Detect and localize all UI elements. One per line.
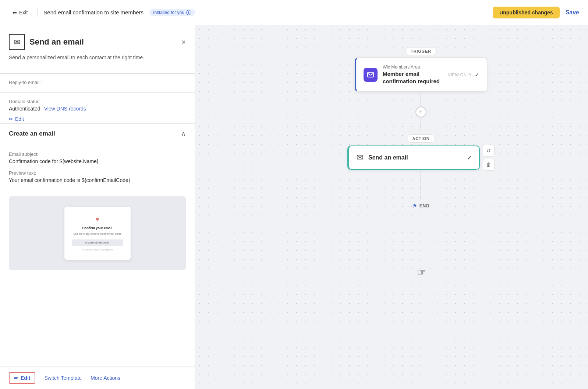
end-label: END	[419, 203, 430, 208]
header-left: ⬅ Exit Send email confirmation to site m…	[9, 7, 195, 18]
add-step-button[interactable]: +	[415, 106, 426, 118]
create-email-title: Create an email	[9, 130, 55, 137]
end-flag-icon: ⚑	[412, 203, 417, 209]
installed-badge: Installed for you ℹ	[149, 9, 195, 16]
email-icon-big: ✉	[9, 34, 25, 50]
bottom-bar: ✏ Edit Switch Template More Actions	[0, 367, 195, 389]
edit-pencil-icon: ✏	[9, 116, 13, 122]
connector-line-2	[421, 118, 421, 132]
trigger-section-label: TRIGGER	[405, 47, 437, 55]
chevron-up-icon: ∧	[181, 130, 186, 138]
header: ⬅ Exit Send email confirmation to site m…	[0, 0, 588, 25]
trigger-check-icon: ✓	[475, 71, 479, 78]
domain-label: Domain status:	[9, 99, 186, 104]
left-panel: ✉ Send an email × Send a personalized em…	[0, 25, 195, 389]
action-email-icon: ✉	[357, 153, 363, 162]
switch-template-button[interactable]: Switch Template	[44, 375, 82, 381]
edit-link-button[interactable]: ✏ Edit	[9, 116, 24, 122]
trigger-app-name: Wix Members Area	[383, 64, 443, 70]
domain-value: Authenticated	[9, 106, 40, 112]
reply-to-label: Reply-to email:	[9, 80, 186, 85]
connector-line-4	[421, 185, 421, 200]
main-layout: ✉ Send an email × Send a personalized em…	[0, 25, 588, 389]
bottom-edit-pencil-icon: ✏	[14, 375, 18, 381]
connector-line-3	[421, 171, 421, 185]
bottom-edit-button[interactable]: ✏ Edit	[9, 372, 35, 384]
action-label-container: ACTION	[407, 134, 435, 143]
header-right: Unpublished changes Save	[493, 7, 579, 18]
domain-row: Authenticated View DNS records	[9, 106, 186, 112]
cursor-indicator: ☞	[417, 266, 426, 278]
installed-label: Installed for you	[153, 10, 184, 15]
dns-link[interactable]: View DNS records	[44, 106, 86, 112]
trigger-info: Wix Members Area Member email confirmati…	[383, 64, 443, 85]
domain-section: Domain status: Authenticated View DNS re…	[0, 99, 195, 123]
preview-heart-icon: ♥	[72, 215, 123, 223]
preview-code-box: ${confirmEmailCode}	[72, 239, 123, 246]
edit-link-label: Edit	[15, 116, 24, 122]
flow-container: TRIGGER Wix Members Area Member email co…	[347, 47, 495, 209]
action-name: Send an email	[368, 154, 462, 161]
trigger-app-icon	[364, 68, 378, 82]
panel-title-row: ✉ Send an email ×	[9, 34, 186, 50]
trigger-label-container: TRIGGER	[405, 47, 437, 55]
preview-text-value: Your email confirmation code is ${confir…	[9, 177, 186, 183]
exit-label: Exit	[19, 10, 28, 15]
email-preview-container: ♥ Confirm your email Use this 6-digit co…	[9, 196, 186, 270]
view-only-label: VIEW ONLY	[448, 73, 472, 77]
email-subject-label: Email subject:	[9, 151, 186, 157]
exit-button[interactable]: ⬅ Exit	[9, 7, 31, 18]
divider-2	[0, 92, 195, 93]
email-subject-value: Confirmation code for ${website.Name}	[9, 158, 186, 164]
flow-canvas: TRIGGER Wix Members Area Member email co…	[195, 25, 588, 389]
exit-icon: ⬅	[13, 10, 17, 15]
action-check-icon: ✓	[467, 154, 472, 161]
action-side-buttons: ↺ 🗑	[483, 145, 495, 171]
connector-line-1	[421, 92, 421, 106]
action-section-label: ACTION	[407, 134, 435, 143]
info-icon: ℹ	[186, 10, 191, 15]
create-email-header[interactable]: Create an email ∧	[0, 123, 195, 144]
action-node[interactable]: ✉ Send an email ✓	[347, 146, 480, 170]
more-actions-button[interactable]: More Actions	[91, 375, 120, 381]
trigger-event-name: Member email confirmation required	[383, 70, 443, 85]
create-email-body: Email subject: Confirmation code for ${w…	[0, 144, 195, 196]
action-node-wrapper: ✉ Send an email ✓ ↺ 🗑	[347, 145, 495, 171]
preview-card-footer: This code is valid for 10 minutes.	[72, 249, 123, 251]
header-title: Send email confirmation to site members	[43, 9, 144, 15]
panel-header: ✉ Send an email × Send a personalized em…	[0, 25, 195, 67]
email-preview-card: ♥ Confirm your email Use this 6-digit co…	[64, 207, 131, 260]
unpublished-button[interactable]: Unpublished changes	[493, 7, 559, 18]
preview-card-title: Confirm your email	[72, 226, 123, 230]
action-refresh-button[interactable]: ↺	[483, 145, 495, 157]
trigger-right: VIEW ONLY ✓	[448, 71, 479, 78]
divider-1	[0, 73, 195, 74]
close-button[interactable]: ×	[181, 38, 186, 46]
header-divider	[37, 8, 38, 17]
trigger-node[interactable]: Wix Members Area Member email confirmati…	[355, 57, 487, 92]
preview-card-body: Use this 6-digit code to confirm your em…	[72, 232, 123, 236]
save-button[interactable]: Save	[566, 9, 579, 16]
panel-title-inner: ✉ Send an email	[9, 34, 84, 50]
panel-subtitle: Send a personalized email to each contac…	[9, 54, 186, 62]
panel-title: Send an email	[29, 37, 84, 47]
bottom-edit-label: Edit	[21, 375, 30, 381]
preview-text-label: Preview text:	[9, 170, 186, 176]
action-delete-button[interactable]: 🗑	[483, 159, 495, 171]
end-label-container: ⚑ END	[412, 203, 430, 209]
reply-to-section: Reply-to email:	[0, 80, 195, 87]
